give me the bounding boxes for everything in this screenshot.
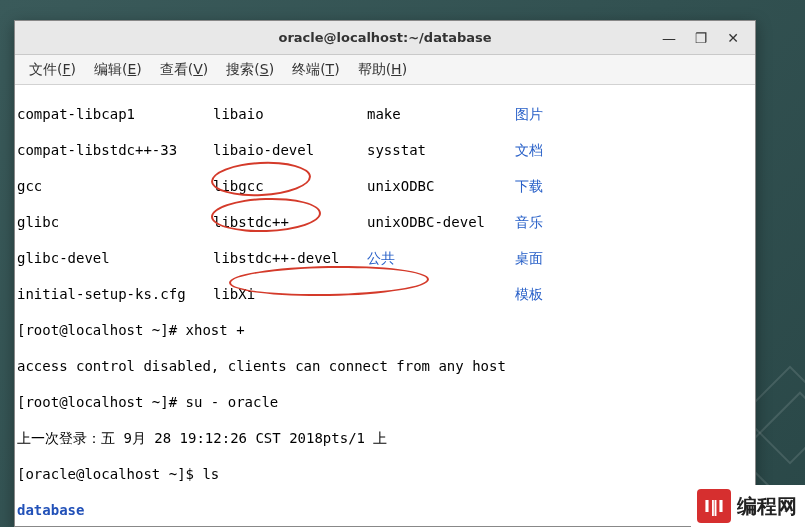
menu-search[interactable]: 搜索(S) [218, 57, 282, 83]
menu-terminal[interactable]: 终端(T) [284, 57, 348, 83]
pkg-row: glibclibstdc++unixODBC-devel音乐 [17, 213, 753, 231]
dir-link: 下载 [515, 178, 543, 194]
pkg-row: gcclibgccunixODBC下载 [17, 177, 753, 195]
cmd: su - oracle [186, 394, 279, 410]
prompt-root: [root@localhost ~]# [17, 322, 186, 338]
dir-link: 模板 [515, 286, 543, 302]
dir: database [17, 502, 84, 518]
prompt-oracle: [oracle@localhost ~]$ [17, 466, 202, 482]
pkg-row: initial-setup-ks.cfglibXi模板 [17, 285, 753, 303]
titlebar[interactable]: oracle@localhost:~/database — ❐ ✕ [15, 21, 755, 55]
cmd: ls [202, 466, 219, 482]
terminal-content[interactable]: compat-libcap1libaiomake图片 compat-libstd… [15, 85, 755, 526]
menu-edit[interactable]: 编辑(E) [86, 57, 150, 83]
watermark-text: 编程网 [737, 493, 797, 520]
pkg-row: glibc-devellibstdc++-devel公共桌面 [17, 249, 753, 267]
output-line: 上一次登录：五 9月 28 19:12:26 CST 2018pts/1 上 [17, 429, 753, 447]
prompt-root: [root@localhost ~]# [17, 394, 186, 410]
pkg-row: compat-libcap1libaiomake图片 [17, 105, 753, 123]
menu-view[interactable]: 查看(V) [152, 57, 217, 83]
cmd: xhost + [186, 322, 245, 338]
dir-link: 文档 [515, 142, 543, 158]
output-line: access control disabled, clients can con… [17, 357, 753, 375]
window-title: oracle@localhost:~/database [15, 30, 755, 45]
dir-link: 图片 [515, 106, 543, 122]
dir-link: 音乐 [515, 214, 543, 230]
terminal-window: oracle@localhost:~/database — ❐ ✕ 文件(F) … [14, 20, 756, 527]
watermark-badge-icon: I‖I [697, 489, 731, 523]
minimize-button[interactable]: — [653, 26, 685, 50]
menu-file[interactable]: 文件(F) [21, 57, 84, 83]
close-button[interactable]: ✕ [717, 26, 749, 50]
menubar: 文件(F) 编辑(E) 查看(V) 搜索(S) 终端(T) 帮助(H) [15, 55, 755, 85]
pkg-row: compat-libstdc++-33libaio-develsysstat文档 [17, 141, 753, 159]
watermark: I‖I 编程网 [691, 485, 805, 527]
menu-help[interactable]: 帮助(H) [350, 57, 415, 83]
dir-link: 桌面 [515, 250, 543, 266]
maximize-button[interactable]: ❐ [685, 26, 717, 50]
